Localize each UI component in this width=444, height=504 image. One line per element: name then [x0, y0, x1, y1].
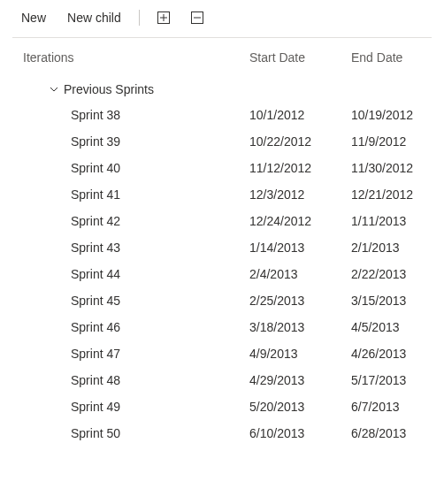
table-row[interactable]: Sprint 474/9/20134/26/2013	[0, 340, 444, 367]
sprint-start-date: 12/3/2012	[249, 187, 351, 202]
sprint-start-date: 10/22/2012	[249, 134, 351, 149]
sprint-end-date: 6/28/2013	[351, 426, 444, 440]
sprint-start-date: 3/18/2013	[249, 320, 351, 334]
sprint-end-date: 2/22/2013	[351, 267, 444, 281]
col-header-start-date[interactable]: Start Date	[249, 50, 351, 65]
table-row[interactable]: Sprint 4112/3/201212/21/2012	[0, 181, 444, 208]
table-row[interactable]: Sprint 452/25/20133/15/2013	[0, 287, 444, 314]
sprint-start-date: 10/1/2012	[249, 108, 351, 122]
sprint-end-date: 6/7/2013	[351, 400, 444, 414]
sprint-name: Sprint 46	[23, 320, 249, 334]
sprint-end-date: 10/19/2012	[351, 108, 444, 122]
sprint-start-date: 5/20/2013	[249, 400, 351, 414]
sprint-name: Sprint 48	[23, 373, 249, 387]
sprint-name: Sprint 45	[23, 294, 249, 308]
sprint-end-date: 12/21/2012	[351, 187, 444, 202]
plus-icon	[157, 11, 170, 24]
table-row[interactable]: Sprint 3810/1/201210/19/2012	[0, 102, 444, 128]
toolbar: New New child	[0, 0, 444, 37]
sprint-name: Sprint 40	[23, 161, 249, 175]
table-row[interactable]: Sprint 442/4/20132/22/2013	[0, 261, 444, 287]
group-label: Previous Sprints	[64, 82, 154, 96]
sprint-name: Sprint 41	[23, 187, 249, 202]
sprint-end-date: 3/15/2013	[351, 294, 444, 308]
toolbar-separator	[139, 10, 140, 26]
expand-all-button[interactable]	[154, 8, 173, 27]
sprint-name: Sprint 44	[23, 267, 249, 281]
table-row[interactable]: Sprint 3910/22/201211/9/2012	[0, 128, 444, 155]
sprint-end-date: 11/9/2012	[351, 134, 444, 149]
sprint-name: Sprint 39	[23, 134, 249, 149]
sprint-end-date: 4/5/2013	[351, 320, 444, 334]
table-row[interactable]: Sprint 506/10/20136/28/2013	[0, 420, 444, 447]
collapse-all-button[interactable]	[188, 8, 207, 27]
new-button[interactable]: New	[18, 7, 50, 28]
sprint-start-date: 2/4/2013	[249, 267, 351, 281]
col-header-iterations[interactable]: Iterations	[23, 50, 249, 65]
col-header-end-date[interactable]: End Date	[351, 50, 426, 65]
sprint-end-date: 5/17/2013	[351, 373, 444, 387]
sprint-name: Sprint 50	[23, 426, 249, 440]
sprint-start-date: 4/29/2013	[249, 373, 351, 387]
table-row[interactable]: Sprint 495/20/20136/7/2013	[0, 393, 444, 420]
column-headers: Iterations Start Date End Date	[0, 38, 444, 77]
sprint-rows: Sprint 3810/1/201210/19/2012Sprint 3910/…	[0, 102, 444, 447]
table-row[interactable]: Sprint 4011/12/201211/30/2012	[0, 155, 444, 181]
sprint-name: Sprint 42	[23, 214, 249, 228]
sprint-name: Sprint 47	[23, 347, 249, 361]
group-previous-sprints[interactable]: Previous Sprints	[0, 77, 444, 102]
new-child-button[interactable]: New child	[64, 7, 125, 28]
table-row[interactable]: Sprint 4212/24/20121/11/2013	[0, 208, 444, 234]
table-row[interactable]: Sprint 463/18/20134/5/2013	[0, 314, 444, 340]
sprint-start-date: 4/9/2013	[249, 347, 351, 361]
sprint-name: Sprint 38	[23, 108, 249, 122]
sprint-start-date: 6/10/2013	[249, 426, 351, 440]
table-row[interactable]: Sprint 484/29/20135/17/2013	[0, 367, 444, 393]
sprint-end-date: 1/11/2013	[351, 214, 444, 228]
sprint-start-date: 2/25/2013	[249, 294, 351, 308]
sprint-name: Sprint 49	[23, 400, 249, 414]
minus-icon	[191, 11, 203, 24]
chevron-down-icon	[50, 85, 58, 94]
sprint-end-date: 2/1/2013	[351, 241, 444, 255]
sprint-start-date: 1/14/2013	[249, 241, 351, 255]
table-row[interactable]: Sprint 431/14/20132/1/2013	[0, 234, 444, 261]
sprint-end-date: 11/30/2012	[351, 161, 444, 175]
sprint-name: Sprint 43	[23, 241, 249, 255]
sprint-start-date: 12/24/2012	[249, 214, 351, 228]
sprint-start-date: 11/12/2012	[249, 161, 351, 175]
sprint-end-date: 4/26/2013	[351, 347, 444, 361]
